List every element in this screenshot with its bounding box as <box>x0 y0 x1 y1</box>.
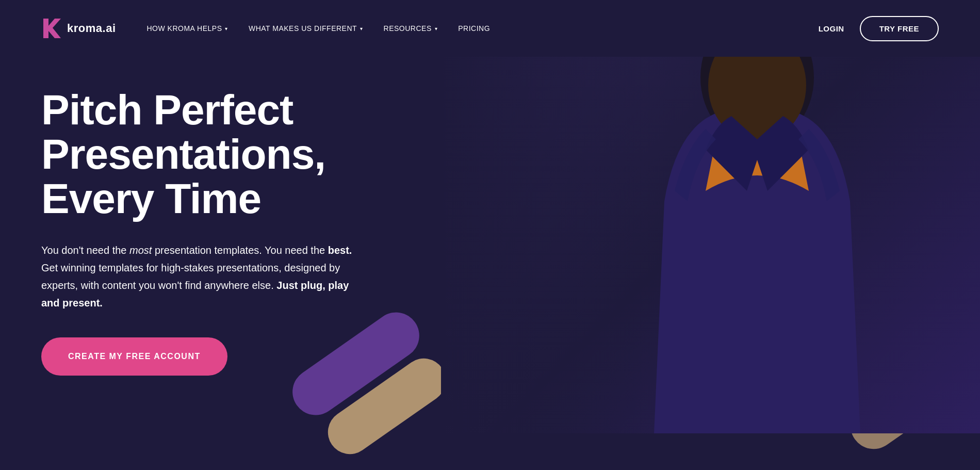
chevron-down-icon: ▾ <box>360 26 363 31</box>
nav-item-pricing[interactable]: PRICING <box>458 24 490 33</box>
create-account-button[interactable]: CREATE MY FREE ACCOUNT <box>41 337 227 376</box>
nav-links: HOW KROMA HELPS ▾ WHAT MAKES US DIFFEREN… <box>147 24 819 33</box>
nav-label-how: HOW KROMA HELPS <box>147 24 222 33</box>
subtitle-text-1: You don't need the <box>41 245 129 256</box>
logo-icon <box>41 17 62 40</box>
chevron-down-icon: ▾ <box>225 26 228 31</box>
hero-title-line1: Pitch Perfect <box>41 86 293 133</box>
nav-item-what-makes-different[interactable]: WHAT MAKES US DIFFERENT ▾ <box>249 24 363 33</box>
hero-title-line3: Every Time <box>41 175 261 222</box>
nav-item-how-kroma-helps[interactable]: HOW KROMA HELPS ▾ <box>147 24 228 33</box>
subtitle-italic: most <box>129 245 152 256</box>
try-free-button[interactable]: TRY FREE <box>860 16 939 41</box>
logo-text: kroma.ai <box>67 22 116 35</box>
subtitle-text-2: presentation templates. You need the <box>152 245 328 256</box>
hero-background <box>441 57 980 433</box>
nav-label-pricing: PRICING <box>458 24 490 33</box>
hero-content: Pitch Perfect Presentations, Every Time … <box>41 88 402 376</box>
nav-label-resources: RESOURCES <box>384 24 432 33</box>
hero-image <box>441 57 980 433</box>
hero-title: Pitch Perfect Presentations, Every Time <box>41 88 402 221</box>
nav-label-different: WHAT MAKES US DIFFERENT <box>249 24 357 33</box>
hero-section: Pitch Perfect Presentations, Every Time … <box>0 57 980 469</box>
navbar: kroma.ai HOW KROMA HELPS ▾ WHAT MAKES US… <box>0 0 980 57</box>
chevron-down-icon: ▾ <box>435 26 438 31</box>
hero-subtitle: You don't need the most presentation tem… <box>41 241 361 312</box>
login-button[interactable]: LOGIN <box>819 24 844 33</box>
nav-item-resources[interactable]: RESOURCES ▾ <box>384 24 438 33</box>
nav-right: LOGIN TRY FREE <box>819 16 939 41</box>
logo[interactable]: kroma.ai <box>41 17 116 40</box>
person-silhouette <box>602 57 912 433</box>
hero-title-line2: Presentations, <box>41 131 325 177</box>
subtitle-bold-1: best. <box>328 245 352 256</box>
